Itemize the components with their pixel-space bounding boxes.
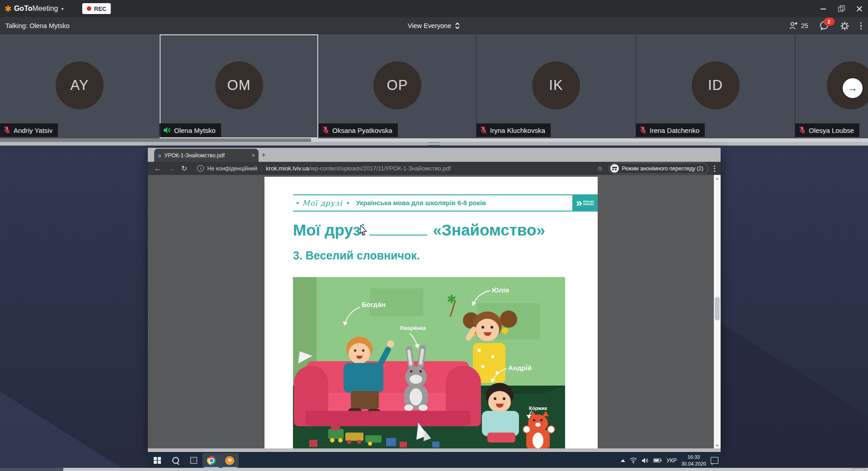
browser-window: » УРОК-1-Знайомство.pdf × + ← → ↻ i Не к… bbox=[148, 148, 721, 452]
chat-button[interactable]: 2 bbox=[819, 21, 829, 31]
url-divider bbox=[261, 165, 262, 172]
participant-tile[interactable]: OP Oksana Pyatkovska bbox=[319, 34, 476, 138]
reload-button[interactable]: ↻ bbox=[181, 164, 187, 173]
avatar: OM bbox=[215, 61, 263, 109]
restore-button[interactable] bbox=[838, 5, 844, 12]
gtm-logo[interactable]: ✱ GoToMeeting ▾ bbox=[5, 0, 63, 17]
participants-button[interactable]: 25 bbox=[789, 22, 808, 30]
scrollbar-thumb[interactable] bbox=[0, 468, 63, 471]
site-info-icon[interactable]: i bbox=[197, 165, 204, 172]
nameplate: Andriy Yatsiv bbox=[0, 123, 58, 137]
clock-date: 30.04.2020 bbox=[681, 461, 706, 466]
scrollbar-thumb[interactable] bbox=[715, 297, 720, 320]
gtm-flower-icon: ✱ bbox=[5, 5, 12, 13]
brand-regular: Meeting bbox=[33, 5, 58, 12]
taskbar-gotomeeting-button[interactable]: ✱ bbox=[221, 453, 239, 468]
scrollbar-handle[interactable] bbox=[853, 468, 865, 471]
clock-time: 16:33 bbox=[688, 454, 700, 460]
participant-name: Oksana Pyatkovska bbox=[332, 127, 392, 134]
search-icon bbox=[172, 457, 179, 464]
pdf-viewer: • Мої друзі • Українська мова для школяр… bbox=[148, 175, 721, 448]
lesson-title: Мої друзі bbox=[293, 221, 365, 239]
avatar: AY bbox=[56, 61, 104, 109]
participant-tile[interactable]: IK Iryna Kluchkovska bbox=[476, 34, 636, 138]
mouse-cursor bbox=[359, 225, 368, 236]
participant-tile[interactable]: AY Andriy Yatsiv bbox=[0, 34, 160, 138]
close-button[interactable] bbox=[856, 5, 863, 12]
mic-muted-icon bbox=[4, 126, 10, 134]
nameplate: Olesya Loubse bbox=[795, 123, 859, 137]
scroll-down-icon[interactable]: ▼ bbox=[714, 442, 721, 448]
browser-menu-button[interactable] bbox=[714, 165, 715, 172]
browser-toolbar: ← → ↻ i Не конфіденційний krok.miok.lviv… bbox=[148, 162, 721, 175]
speaker-icon[interactable] bbox=[642, 457, 649, 464]
nameplate: Oksana Pyatkovska bbox=[319, 123, 398, 137]
tab-close-icon[interactable]: × bbox=[251, 152, 255, 159]
share-horizontal-scrollbar[interactable] bbox=[0, 468, 868, 471]
minimize-button[interactable] bbox=[820, 5, 826, 12]
pane-splitter[interactable] bbox=[0, 142, 868, 146]
scroll-up-icon[interactable]: ▲ bbox=[714, 175, 721, 181]
windows-taskbar: ✱ УКР 16:33 30.04.2020 bbox=[148, 453, 722, 468]
logo-chevrons-icon: » bbox=[576, 198, 582, 208]
recording-indicator[interactable]: REC bbox=[82, 3, 111, 14]
chrome-icon bbox=[207, 456, 216, 465]
url-path[interactable]: /wp-content/uploads/2017/11/УРОК-1-Знайо… bbox=[309, 165, 451, 172]
gtm-toolbar-icons: 25 2 bbox=[789, 17, 862, 34]
brand-caret-icon: ▾ bbox=[61, 6, 63, 11]
url-security-label: Не конфіденційний bbox=[207, 165, 257, 172]
browser-tab[interactable]: » УРОК-1-Знайомство.pdf × bbox=[154, 149, 259, 162]
incognito-badge: Режим анонімного перегляду (2) bbox=[609, 163, 708, 174]
wifi-icon[interactable] bbox=[630, 457, 637, 463]
more-menu-button[interactable] bbox=[860, 22, 862, 30]
avatar: ID bbox=[692, 61, 740, 109]
speaker-active-icon bbox=[163, 127, 171, 134]
gear-icon bbox=[840, 21, 849, 31]
task-view-button[interactable] bbox=[184, 453, 203, 468]
taskbar-clock[interactable]: 16:33 30.04.2020 bbox=[681, 454, 706, 467]
forward-button[interactable]: → bbox=[168, 165, 175, 173]
talking-status: Talking: Olena Mytsko bbox=[5, 17, 70, 34]
title-blank-line bbox=[369, 235, 427, 236]
battery-icon[interactable] bbox=[653, 458, 662, 463]
taskbar-search-button[interactable] bbox=[166, 453, 184, 468]
participant-tile-active-speaker[interactable]: OM Olena Mytsko bbox=[160, 34, 319, 138]
gtm-control-bar: Talking: Olena Mytsko View Everyone 25 bbox=[0, 17, 868, 35]
incognito-spy-icon bbox=[610, 164, 619, 173]
new-tab-button[interactable]: + bbox=[259, 151, 268, 160]
pdf-vertical-scrollbar[interactable]: ▲ ▼ bbox=[714, 175, 721, 448]
mic-muted-icon bbox=[322, 126, 329, 134]
gtm-titlebar: ✱ GoToMeeting ▾ REC bbox=[0, 0, 868, 17]
taskbar-chrome-button[interactable] bbox=[203, 453, 221, 468]
participant-strip: AY Andriy Yatsiv OM Olena Mytsko OP Oksa… bbox=[0, 34, 868, 138]
participant-name: Olesya Loubse bbox=[809, 127, 854, 134]
participant-name: Olena Mytsko bbox=[174, 127, 216, 134]
url-host[interactable]: krok.miok.lviv.ua bbox=[266, 165, 309, 172]
chat-badge: 2 bbox=[824, 18, 835, 26]
next-participants-button[interactable]: → bbox=[843, 78, 863, 98]
updown-chevron-icon bbox=[455, 22, 460, 29]
gotomeeting-daisy-icon: ✱ bbox=[225, 456, 234, 465]
pdf-header-band: • Мої друзі • Українська мова для школяр… bbox=[293, 194, 598, 212]
nameplate: Olena Mytsko bbox=[160, 123, 221, 137]
view-selector[interactable]: View Everyone bbox=[408, 17, 460, 34]
language-indicator[interactable]: УКР bbox=[666, 457, 677, 464]
lesson-title-row: Мої друзі «Знайомство» bbox=[293, 217, 573, 239]
rec-dot-icon bbox=[87, 6, 91, 11]
bookmark-star-icon[interactable]: ☆ bbox=[597, 165, 603, 173]
task-view-icon bbox=[190, 457, 197, 464]
window-controls bbox=[820, 0, 863, 17]
tray-expand-icon[interactable] bbox=[621, 459, 625, 462]
participants-count: 25 bbox=[801, 22, 808, 29]
participant-name: Irena Datchenko bbox=[650, 127, 699, 134]
participant-strip-scrollbar[interactable] bbox=[0, 138, 868, 142]
tab-title: УРОК-1-Знайомство.pdf bbox=[165, 152, 249, 159]
scrollbar-thumb[interactable] bbox=[0, 138, 311, 142]
browser-window-edge bbox=[148, 448, 721, 452]
action-center-icon[interactable] bbox=[711, 457, 718, 464]
back-button[interactable]: ← bbox=[154, 165, 161, 173]
participant-tile[interactable]: ID Irena Datchenko bbox=[636, 34, 795, 138]
start-button[interactable] bbox=[148, 453, 166, 468]
settings-button[interactable] bbox=[840, 21, 849, 31]
pdf-page: • Мої друзі • Українська мова для школяр… bbox=[264, 177, 598, 448]
